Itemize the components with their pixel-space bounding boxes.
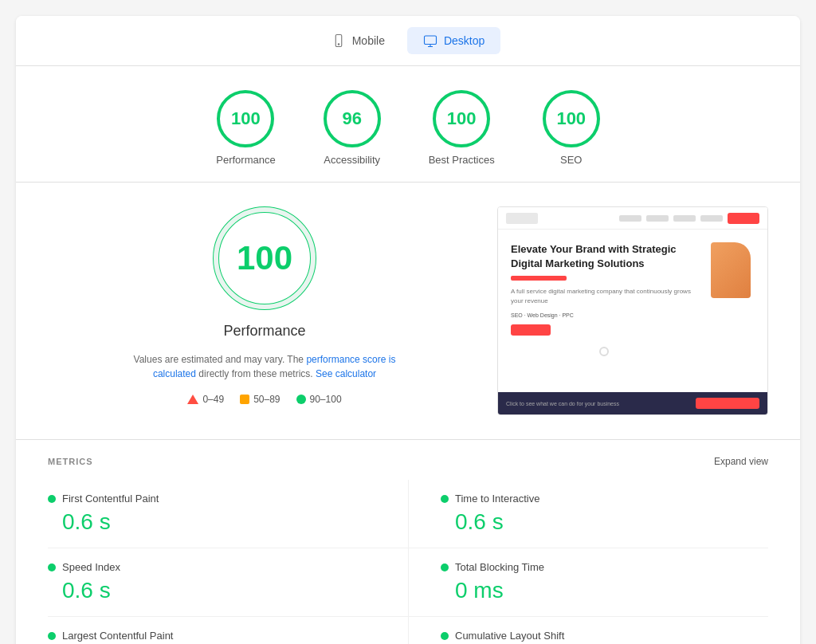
score-best-practices: 100 Best Practices <box>429 90 495 166</box>
metric-tti-label-row: Time to Interactive <box>441 493 752 505</box>
metric-fcp-label: First Contentful Paint <box>62 493 159 505</box>
metric-lcp-label-row: Largest Contentful Paint <box>48 630 392 642</box>
metric-tbt-value: 0 ms <box>441 578 752 603</box>
mock-btn <box>511 324 551 336</box>
metric-tti-label: Time to Interactive <box>455 493 539 505</box>
legend-fail-range: 0–49 <box>202 394 224 405</box>
performance-panel: 100 Performance Values are estimated and… <box>48 206 481 415</box>
tab-mobile-label: Mobile <box>352 34 385 47</box>
svg-point-1 <box>338 44 339 45</box>
fail-icon <box>187 395 198 404</box>
screenshot-preview: Elevate Your Brand with Strategic Digita… <box>497 206 768 415</box>
perf-title: Performance <box>223 323 305 340</box>
metric-tti-value: 0.6 s <box>441 509 752 535</box>
big-score-circle: 100 <box>213 206 316 310</box>
mock-nav-items <box>619 215 723 222</box>
score-label-seo: SEO <box>560 154 582 166</box>
mock-logo <box>506 213 538 224</box>
score-legend: 0–49 50–89 90–100 <box>187 394 341 405</box>
mock-nav-item <box>619 215 641 222</box>
score-circle-performance: 100 <box>217 90 274 147</box>
mock-hero-underline <box>511 276 567 281</box>
metric-fcp-value: 0.6 s <box>48 509 392 535</box>
metric-lcp: Largest Contentful Paint 0.7 s <box>48 617 408 644</box>
legend-average: 50–89 <box>240 394 280 405</box>
tab-bar: Mobile Desktop <box>16 16 800 66</box>
mock-hero-img <box>707 242 755 379</box>
mock-navbar <box>498 207 767 230</box>
metric-tti-dot <box>441 495 449 503</box>
page-container: Mobile Desktop 100 Performance 96 Access… <box>16 16 800 644</box>
score-performance: 100 Performance <box>216 90 275 166</box>
metric-tbt-label: Total Blocking Time <box>455 561 544 573</box>
scores-section: 100 Performance 96 Accessibility 100 Bes… <box>16 66 800 183</box>
metric-cls-dot <box>441 632 449 640</box>
legend-pass: 90–100 <box>296 394 342 405</box>
metrics-header: METRICS Expand view <box>48 456 768 467</box>
metric-lcp-label: Largest Contentful Paint <box>62 630 173 642</box>
svg-rect-2 <box>424 36 436 45</box>
desktop-icon <box>423 33 437 48</box>
metrics-section-label: METRICS <box>48 457 93 466</box>
score-label-performance: Performance <box>216 154 275 166</box>
metric-cls-label: Cumulative Layout Shift <box>455 630 564 642</box>
mock-tag: SEO · Web Design · PPC <box>511 312 574 318</box>
metric-tti: Time to Interactive 0.6 s <box>408 480 768 548</box>
score-label-best-practices: Best Practices <box>429 154 495 166</box>
metric-si-value: 0.6 s <box>48 578 392 603</box>
metric-tbt: Total Blocking Time 0 ms <box>408 548 768 617</box>
metric-si-label-row: Speed Index <box>48 561 392 573</box>
metric-cls-label-row: Cumulative Layout Shift <box>441 630 752 642</box>
tab-mobile[interactable]: Mobile <box>316 27 401 54</box>
mock-nav-item <box>700 215 723 222</box>
metrics-grid: First Contentful Paint 0.6 s Time to Int… <box>48 480 768 644</box>
mock-hero: Elevate Your Brand with Strategic Digita… <box>498 230 767 392</box>
mock-footer-text: Click to see what we can do for your bus… <box>506 401 619 406</box>
mock-hero-text: Elevate Your Brand with Strategic Digita… <box>511 242 697 379</box>
mock-scroll-dot <box>599 347 609 356</box>
score-seo: 100 SEO <box>543 90 600 166</box>
perf-description: Values are estimated and may vary. The p… <box>129 352 400 381</box>
metric-si-label: Speed Index <box>62 561 120 573</box>
mock-footer-btn <box>696 398 759 409</box>
legend-pass-range: 90–100 <box>310 394 342 405</box>
metric-fcp: First Contentful Paint 0.6 s <box>48 480 408 548</box>
score-circle-accessibility: 96 <box>324 90 381 147</box>
metrics-section: METRICS Expand view First Contentful Pai… <box>16 440 800 644</box>
tab-desktop[interactable]: Desktop <box>407 27 500 54</box>
expand-view-button[interactable]: Expand view <box>714 456 768 467</box>
mock-hero-desc: A full service digital marketing company… <box>511 287 697 306</box>
metric-cls: Cumulative Layout Shift 0.007 <box>408 617 768 644</box>
metric-tbt-dot <box>441 564 449 571</box>
metric-fcp-dot <box>48 495 56 503</box>
pass-icon <box>296 395 306 404</box>
mock-footer: Click to see what we can do for your bus… <box>498 392 767 414</box>
mock-nav-item <box>673 215 696 222</box>
metric-fcp-label-row: First Contentful Paint <box>48 493 392 505</box>
score-circle-seo: 100 <box>543 90 600 147</box>
mock-hero-title: Elevate Your Brand with Strategic Digita… <box>511 242 697 271</box>
mobile-icon <box>332 33 346 48</box>
average-icon <box>240 395 249 404</box>
calculator-link[interactable]: See calculator <box>316 368 376 379</box>
score-circle-best-practices: 100 <box>433 90 490 147</box>
metric-tbt-label-row: Total Blocking Time <box>441 561 752 573</box>
metric-si-dot <box>48 564 56 571</box>
legend-average-range: 50–89 <box>253 394 280 405</box>
mock-tags: SEO · Web Design · PPC <box>511 312 697 318</box>
metric-lcp-dot <box>48 632 56 640</box>
screenshot-inner: Elevate Your Brand with Strategic Digita… <box>498 207 767 414</box>
metric-si: Speed Index 0.6 s <box>48 548 408 617</box>
legend-fail: 0–49 <box>187 394 224 405</box>
score-accessibility: 96 Accessibility <box>324 90 381 166</box>
mock-person-shape <box>711 242 751 298</box>
score-label-accessibility: Accessibility <box>324 154 380 166</box>
tab-desktop-label: Desktop <box>444 34 484 47</box>
main-content: 100 Performance Values are estimated and… <box>16 183 800 440</box>
mock-cta-btn <box>728 213 759 224</box>
mock-nav-item <box>646 215 669 222</box>
